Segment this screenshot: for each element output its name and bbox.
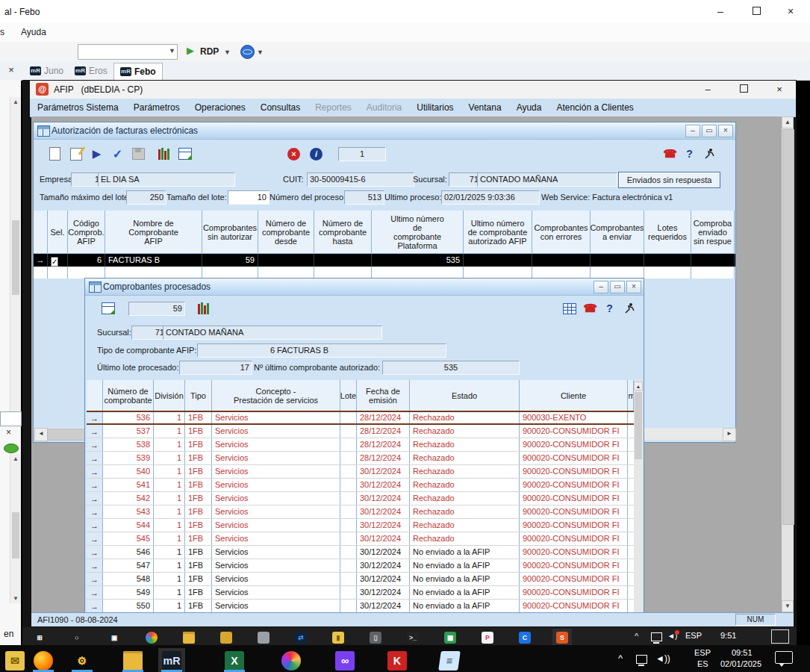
network-icon[interactable] bbox=[636, 655, 647, 664]
table-row[interactable]: →54611FBServicios30/12/2024No enviado a … bbox=[87, 546, 634, 559]
table-vertical-scrollbar[interactable]: ▲ bbox=[634, 380, 643, 613]
table-row[interactable]: →54711FBServicios30/12/2024No enviado a … bbox=[87, 559, 634, 573]
chevron-down-icon[interactable]: ▼ bbox=[169, 47, 175, 55]
close-button[interactable]: × bbox=[626, 281, 641, 293]
date[interactable]: 02/01/2025 bbox=[720, 659, 761, 668]
file-explorer-taskbar-button[interactable] bbox=[119, 648, 146, 672]
info-button[interactable]: i bbox=[307, 145, 325, 163]
exit-button[interactable] bbox=[620, 299, 638, 317]
tab-eros[interactable]: mREros bbox=[69, 63, 113, 79]
export-button[interactable] bbox=[175, 145, 194, 163]
scrollbar-thumb[interactable] bbox=[12, 512, 19, 559]
counter-field[interactable]: 1 bbox=[338, 147, 386, 161]
firefox-taskbar-button[interactable] bbox=[30, 648, 57, 672]
menu-utilitarios[interactable]: Utilitarios bbox=[409, 99, 461, 113]
outer-menu-ayuda[interactable]: Ayuda bbox=[21, 27, 46, 37]
scroll-up-icon[interactable]: ▲ bbox=[10, 97, 21, 107]
settings-tool-taskbar-button[interactable]: ⚙ bbox=[69, 648, 96, 672]
rdp-connect-icon[interactable]: ▶ bbox=[187, 45, 194, 56]
table-row[interactable]: →54511FBServicios30/12/2024Rechazado9000… bbox=[87, 532, 634, 546]
minimize-button[interactable]: – bbox=[594, 281, 608, 293]
phone-button[interactable]: ☎ bbox=[661, 145, 679, 163]
grid-row-empty[interactable] bbox=[34, 267, 735, 279]
connection-combo[interactable]: ▼ bbox=[78, 44, 178, 60]
paint-taskbar-button[interactable] bbox=[278, 648, 305, 672]
tab-close-icon[interactable]: × bbox=[4, 63, 18, 77]
panel-input[interactable] bbox=[0, 411, 22, 426]
file-explorer-taskbar-button[interactable] bbox=[179, 629, 199, 647]
scrollbar-thumb[interactable] bbox=[782, 129, 794, 525]
scroll-right-icon[interactable]: ► bbox=[723, 428, 736, 441]
rdp-label[interactable]: RDP bbox=[200, 46, 219, 57]
language-indicator[interactable]: ESP bbox=[694, 648, 711, 657]
table-row[interactable]: →54211FBServicios30/12/2024Rechazado9000… bbox=[87, 492, 634, 505]
counter-field[interactable]: 59 bbox=[128, 302, 185, 316]
afip-restore-button[interactable] bbox=[730, 82, 757, 97]
phone-app-taskbar-button[interactable]: ▯ bbox=[366, 629, 385, 647]
speaker-icon[interactable]: ◄)) bbox=[655, 653, 670, 664]
scrollbar-thumb[interactable] bbox=[635, 392, 642, 459]
speaker-icon[interactable]: ◄) bbox=[667, 632, 677, 640]
table-row[interactable]: →55011FBServicios30/12/2024No enviado a … bbox=[87, 600, 634, 613]
run-button[interactable]: ▶ bbox=[87, 145, 106, 163]
scroll-left-icon[interactable]: ◄ bbox=[34, 428, 48, 441]
new-button[interactable] bbox=[46, 145, 64, 163]
tam-input[interactable]: 10 bbox=[228, 190, 270, 205]
rdp-dropdown-icon[interactable]: ▼ bbox=[224, 49, 231, 56]
network-icon[interactable] bbox=[651, 632, 662, 641]
start-taskbar-button[interactable]: ⊞ bbox=[30, 629, 49, 647]
search-taskbar-button[interactable]: ○ bbox=[67, 629, 87, 647]
keyboard-indicator[interactable]: ES bbox=[697, 659, 708, 668]
excel-taskbar-button[interactable]: X bbox=[221, 648, 248, 672]
parsec-taskbar-button[interactable]: P bbox=[478, 629, 497, 647]
table-row[interactable]: →53811FBServicios28/12/2024Rechazado9000… bbox=[87, 438, 634, 452]
menu-ventana[interactable]: Ventana bbox=[461, 99, 509, 113]
scroll-down-icon[interactable]: ▼ bbox=[782, 600, 794, 612]
enviados-sin-respuesta-button[interactable]: Enviados sin respuesta bbox=[618, 172, 720, 188]
panel-scrollbar[interactable]: ▲ ▼ bbox=[10, 97, 21, 426]
notification-icon[interactable] bbox=[775, 651, 793, 664]
maximize-button[interactable]: ▭ bbox=[702, 125, 717, 137]
menu-par-metros[interactable]: Parámetros bbox=[126, 99, 187, 113]
outer-close-button[interactable]: × bbox=[778, 3, 803, 19]
menu-operaciones[interactable]: Operaciones bbox=[187, 99, 253, 113]
app-orange-taskbar-button[interactable]: S bbox=[552, 629, 572, 647]
scrollbar-thumb[interactable] bbox=[12, 220, 19, 295]
table-row[interactable]: →53711FBServicios28/12/2024Rechazado9000… bbox=[87, 425, 634, 438]
menu-ayuda[interactable]: Ayuda bbox=[509, 99, 549, 113]
tab-juno[interactable]: mRJuno bbox=[24, 63, 69, 79]
notepad-taskbar-button[interactable]: ≡ bbox=[436, 648, 463, 672]
phone-button[interactable]: ☎ bbox=[581, 299, 599, 317]
table-row[interactable]: →54011FBServicios30/12/2024Rechazado9000… bbox=[87, 465, 634, 479]
chrome-taskbar-button[interactable] bbox=[142, 629, 161, 647]
menu-consultas[interactable]: Consultas bbox=[253, 99, 308, 113]
outer-menu-partial[interactable]: s bbox=[0, 27, 4, 37]
scroll-up-icon[interactable]: ▲ bbox=[782, 116, 794, 128]
clock[interactable]: 09:51 bbox=[732, 648, 753, 657]
language-indicator[interactable]: ESP bbox=[685, 631, 702, 640]
scroll-up-icon[interactable]: ▲ bbox=[634, 382, 643, 391]
help-button[interactable]: ? bbox=[680, 145, 699, 163]
tray-expand-icon[interactable]: ^ bbox=[635, 632, 638, 641]
table-row[interactable]: →54911FBServicios30/12/2024No enviado a … bbox=[87, 586, 634, 600]
mdi-vertical-scrollbar[interactable]: ▲ ▼ bbox=[782, 116, 794, 612]
show-desktop-button[interactable] bbox=[771, 629, 789, 644]
task-view-taskbar-button[interactable]: ▣ bbox=[105, 629, 124, 647]
help-button[interactable]: ? bbox=[600, 299, 619, 317]
mail-taskbar-button[interactable]: ✉ bbox=[1, 648, 28, 672]
calendar-app-taskbar-button[interactable]: ▦ bbox=[440, 629, 460, 647]
minimize-button[interactable]: – bbox=[685, 125, 700, 137]
error-button[interactable]: × bbox=[284, 145, 303, 163]
table-button[interactable] bbox=[560, 299, 579, 317]
tray-expand-icon[interactable]: ^ bbox=[618, 653, 623, 664]
teamviewer-taskbar-button[interactable]: ⇄ bbox=[291, 629, 311, 647]
mremoteng-taskbar-button[interactable]: mR bbox=[158, 648, 185, 672]
grid-row-selected[interactable]: →✓6FACTURAS B59535 bbox=[34, 254, 735, 267]
menu-atenci-n-a-clientes[interactable]: Atención a Clientes bbox=[549, 99, 641, 113]
scrollbar-thumb[interactable] bbox=[47, 429, 87, 441]
table-row[interactable]: →54311FBServicios30/12/2024Rechazado9000… bbox=[87, 505, 634, 519]
globe-icon[interactable] bbox=[240, 45, 255, 59]
app-yellow-taskbar-button[interactable] bbox=[216, 629, 236, 647]
table-row[interactable]: →54111FBServicios30/12/2024Rechazado9000… bbox=[87, 479, 634, 492]
batch-button[interactable] bbox=[155, 145, 173, 163]
